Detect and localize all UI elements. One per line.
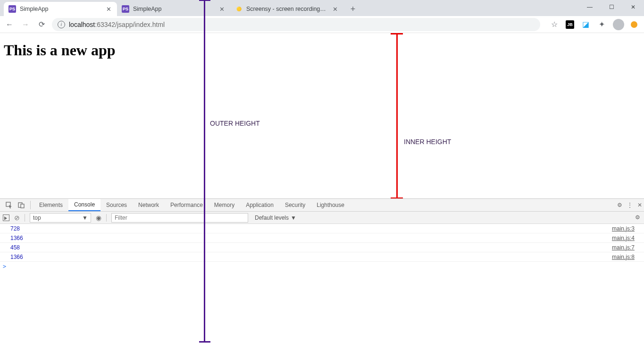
svg-rect-2 [21, 204, 24, 208]
separator [106, 214, 107, 222]
tab-bar: PS SimpleApp ✕ PS SimpleApp ✕ 🟡 Screensy… [0, 0, 644, 16]
live-expression-icon[interactable]: ◉ [96, 214, 101, 222]
page-heading: This is a new app [0, 33, 644, 68]
console-value: 1366 [10, 254, 612, 260]
log-levels-selector[interactable]: Default levels ▼ [255, 214, 296, 221]
console-source-link[interactable]: main.js:7 [612, 244, 644, 251]
jetbrains-extension-icon[interactable]: JB [566, 20, 574, 29]
execution-context-selector[interactable]: top ▼ [30, 213, 91, 223]
devtools-tab-elements[interactable]: Elements [33, 199, 68, 211]
devtools-tab-performance[interactable]: Performance [165, 199, 209, 211]
profile-avatar-icon[interactable] [613, 19, 624, 30]
outer-height-cap-top [199, 0, 210, 1]
favicon-generic-icon: 🟡 [235, 5, 243, 13]
console-output: 728 main.js:3 1366 main.js:4 458 main.js… [0, 224, 644, 343]
tab-title: SimpleApp [133, 6, 214, 12]
toolbar-icons: ☆ JB ◪ ✦ [545, 19, 640, 30]
devtools-panel: Elements Console Sources Network Perform… [0, 198, 644, 343]
clear-console-icon[interactable]: ⊘ [14, 214, 20, 222]
inner-height-line [396, 33, 398, 198]
console-prompt[interactable]: > [0, 262, 644, 271]
tab-title: Screensy - screen recording - Chr [246, 6, 327, 12]
console-source-link[interactable]: main.js:3 [612, 225, 644, 232]
forward-button[interactable]: → [20, 19, 31, 30]
minimize-button[interactable]: — [579, 0, 601, 14]
separator [30, 201, 31, 209]
maximize-button[interactable]: ☐ [601, 0, 622, 14]
console-toolbar: ⊘ top ▼ ◉ Default levels ▼ ⚙ [0, 212, 644, 224]
bookmark-star-icon[interactable]: ☆ [550, 20, 559, 29]
dropdown-triangle-icon: ▼ [82, 214, 88, 221]
console-filter-input[interactable] [111, 213, 248, 223]
console-source-link[interactable]: main.js:4 [612, 235, 644, 241]
browser-tab-1[interactable]: PS SimpleApp ✕ [117, 2, 230, 16]
devtools-tab-security[interactable]: Security [279, 199, 311, 211]
address-bar: ← → ⟳ i localhost:63342/jsapp/index.html… [0, 16, 644, 33]
inspect-element-icon[interactable] [3, 199, 15, 211]
close-tab-icon[interactable]: ✕ [105, 5, 112, 13]
url-path: /jsapp/index.html [115, 21, 165, 28]
outer-height-label: OUTER HEIGHT [210, 120, 260, 127]
viewport: This is a new app INNER HEIGHT Elements … [0, 33, 644, 343]
url-text: localhost:63342/jsapp/index.html [69, 21, 165, 28]
site-info-icon[interactable]: i [58, 21, 65, 28]
context-label: top [33, 214, 41, 221]
extensions-puzzle-icon[interactable]: ✦ [597, 20, 606, 29]
levels-label: Default levels [255, 214, 289, 221]
close-window-button[interactable]: ✕ [622, 0, 644, 14]
device-toolbar-icon[interactable] [15, 199, 27, 211]
console-row[interactable]: 1366 main.js:4 [0, 233, 644, 243]
devtools-tab-lighthouse[interactable]: Lighthouse [311, 199, 350, 211]
tab-title: SimpleApp [20, 6, 101, 12]
close-tab-icon[interactable]: ✕ [218, 5, 226, 13]
new-tab-button[interactable]: + [346, 2, 360, 16]
inner-height-label: INNER HEIGHT [404, 138, 451, 146]
console-value: 458 [10, 244, 612, 251]
extension-blue-icon[interactable]: ◪ [581, 20, 590, 29]
page-content: This is a new app [0, 33, 644, 198]
devtools-tabbar: Elements Console Sources Network Perform… [0, 199, 644, 212]
console-row[interactable]: 1366 main.js:8 [0, 252, 644, 262]
dropdown-triangle-icon: ▼ [291, 214, 296, 221]
alert-dot-icon[interactable] [631, 21, 637, 28]
url-port: :63342 [95, 21, 115, 28]
omnibox[interactable]: i localhost:63342/jsapp/index.html [52, 18, 540, 31]
window-controls: — ☐ ✕ [579, 0, 644, 16]
console-value: 728 [10, 225, 612, 232]
devtools-tab-console[interactable]: Console [68, 199, 100, 211]
console-source-link[interactable]: main.js:8 [612, 254, 644, 260]
console-settings-icon[interactable]: ⚙ [635, 214, 640, 221]
browser-tab-2[interactable]: 🟡 Screensy - screen recording - Chr ✕ [230, 2, 343, 16]
outer-height-line [204, 0, 205, 342]
console-sidebar-toggle-icon[interactable] [3, 214, 9, 221]
separator [25, 214, 25, 222]
console-row[interactable]: 458 main.js:7 [0, 243, 644, 252]
url-host: localhost [69, 21, 95, 28]
devtools-tab-application[interactable]: Application [240, 199, 279, 211]
devtools-tab-sources[interactable]: Sources [100, 199, 133, 211]
inner-height-cap-top [391, 33, 403, 34]
devtools-settings-icon[interactable]: ⚙ [617, 202, 622, 208]
close-tab-icon[interactable]: ✕ [331, 5, 339, 13]
devtools-close-icon[interactable]: ✕ [637, 202, 642, 208]
devtools-tab-network[interactable]: Network [133, 199, 165, 211]
outer-height-cap-bot [199, 341, 210, 343]
reload-button[interactable]: ⟳ [36, 19, 47, 30]
console-row[interactable]: 728 main.js:3 [0, 224, 644, 233]
favicon-ps-icon: PS [122, 5, 129, 13]
favicon-ps-icon: PS [8, 5, 16, 13]
console-value: 1366 [10, 235, 612, 241]
browser-tab-0[interactable]: PS SimpleApp ✕ [4, 2, 117, 16]
devtools-tab-memory[interactable]: Memory [209, 199, 240, 211]
devtools-menu-icon[interactable]: ⋮ [627, 202, 633, 208]
back-button[interactable]: ← [4, 19, 15, 30]
